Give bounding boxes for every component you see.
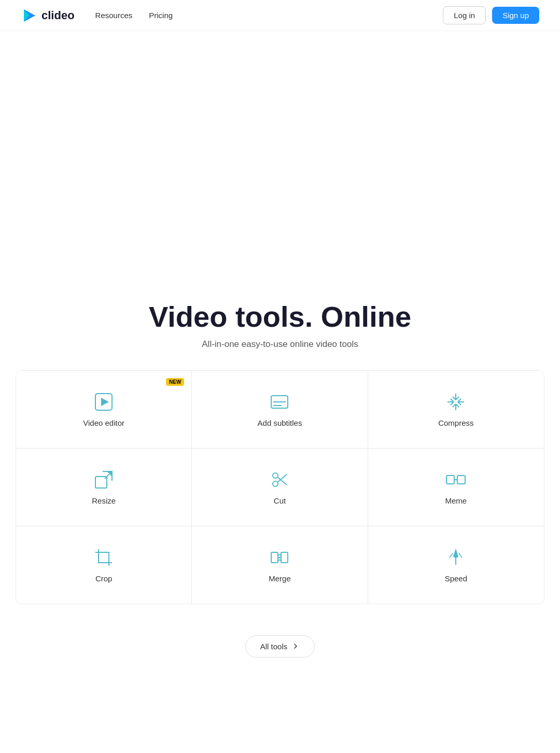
tool-label-meme: Meme <box>445 496 467 505</box>
svg-point-22 <box>273 473 278 478</box>
tool-label-speed: Speed <box>445 574 467 583</box>
new-badge: NEW <box>166 378 184 386</box>
tool-card-add-subtitles[interactable]: Add subtitles <box>192 371 368 449</box>
section-heading: Video tools. Online <box>16 301 544 333</box>
tool-card-merge[interactable]: Merge <box>192 526 368 604</box>
hero-blank-area <box>0 31 560 301</box>
nav-pricing[interactable]: Pricing <box>149 11 173 20</box>
header-right: Log in Sign up <box>443 6 539 24</box>
svg-rect-28 <box>99 552 109 563</box>
section-title: Video tools. Online <box>16 301 544 333</box>
svg-rect-25 <box>446 476 454 484</box>
svg-rect-30 <box>281 552 288 563</box>
resize-icon <box>93 469 114 490</box>
tool-card-crop[interactable]: Crop <box>16 526 192 604</box>
svg-marker-3 <box>101 398 109 406</box>
tool-label-add-subtitles: Add subtitles <box>258 419 302 427</box>
tool-label-compress: Compress <box>438 419 473 427</box>
header-left: clideo Resources Pricing <box>21 7 173 24</box>
nav-resources[interactable]: Resources <box>95 11 133 20</box>
logo[interactable]: clideo <box>21 7 75 24</box>
logo-text: clideo <box>41 9 75 22</box>
play-icon <box>93 392 114 412</box>
signup-button[interactable]: Sign up <box>492 7 539 24</box>
logo-icon <box>21 7 37 24</box>
svg-line-20 <box>105 472 111 479</box>
compress-icon <box>445 392 466 412</box>
tool-card-cut[interactable]: Cut <box>192 449 368 526</box>
tool-card-compress[interactable]: Compress <box>368 371 544 449</box>
crop-icon <box>93 547 114 568</box>
tool-label-merge: Merge <box>269 574 291 583</box>
all-tools-button[interactable]: All tools <box>245 635 315 658</box>
tool-card-video-editor[interactable]: NEW Video editor <box>16 371 192 449</box>
chevron-right-icon <box>291 642 300 650</box>
tools-grid: NEW Video editor Add subtitles <box>16 370 544 604</box>
tool-card-meme[interactable]: Meme <box>368 449 544 526</box>
tool-label-crop: Crop <box>95 574 113 583</box>
tool-label-resize: Resize <box>92 496 116 505</box>
all-tools-container: All tools <box>16 625 544 678</box>
tools-section: Video tools. Online All-in-one easy-to-u… <box>0 301 560 709</box>
tool-label-cut: Cut <box>274 496 286 505</box>
svg-rect-26 <box>457 476 465 484</box>
meme-icon <box>445 469 466 490</box>
section-subtitle: All-in-one easy-to-use online video tool… <box>16 339 544 350</box>
scissors-icon <box>269 469 290 490</box>
svg-point-21 <box>273 481 278 486</box>
tool-card-resize[interactable]: Resize <box>16 449 192 526</box>
tool-label-video-editor: Video editor <box>83 419 124 427</box>
speed-icon <box>445 547 466 568</box>
tool-card-speed[interactable]: Speed <box>368 526 544 604</box>
merge-icon <box>269 547 290 568</box>
login-button[interactable]: Log in <box>443 6 486 24</box>
all-tools-label: All tools <box>260 642 288 651</box>
subtitles-icon <box>269 392 290 412</box>
svg-rect-29 <box>271 552 278 563</box>
main-nav: Resources Pricing <box>95 11 173 20</box>
header: clideo Resources Pricing Log in Sign up <box>0 0 560 31</box>
